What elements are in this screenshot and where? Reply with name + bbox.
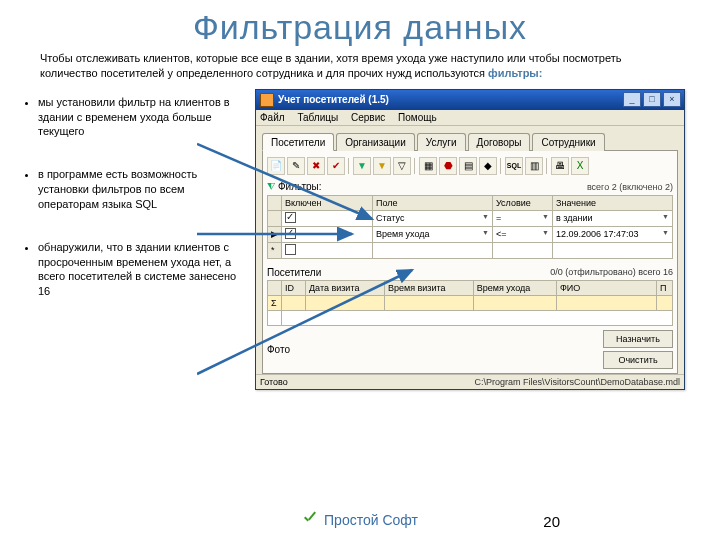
footer-brand: Простой Софт [324,512,418,528]
tab-orgs[interactable]: Организации [336,133,414,151]
checkbox-on-icon [285,228,296,239]
summary-row: Σ [268,295,673,310]
status-path: C:\Program Files\VisitorsCount\DemoDatab… [340,377,680,387]
filter-row-new: * [268,242,673,258]
card-icon[interactable]: ▦ [419,157,437,175]
visitors-grid[interactable]: ID Дата визита Время визита Время ухода … [267,280,673,326]
vcol-p[interactable]: П [657,280,673,295]
checkmark-icon [302,512,318,528]
tab-contracts[interactable]: Договоры [468,133,531,151]
bullet-item: в программе есть возможность установки ф… [38,167,255,212]
menu-service[interactable]: Сервис [351,112,385,123]
clear-button[interactable]: Очистить [603,351,673,369]
print-icon[interactable]: 🖶 [551,157,569,175]
photo-box [303,344,443,354]
visitors-count: 0/0 (отфильтровано) всего 16 [550,267,673,278]
assign-button[interactable]: Назначить [603,330,673,348]
menubar: Файл Таблицы Сервис Помощь [256,110,684,126]
col-value[interactable]: Значение [553,195,673,210]
funnel-clear-icon[interactable]: ▽ [393,157,411,175]
funnel-yellow-icon[interactable]: ▼ [373,157,391,175]
col-enabled[interactable]: Включен [282,195,373,210]
menu-file[interactable]: Файл [260,112,285,123]
delete-icon[interactable]: ✖ [307,157,325,175]
tab-bar: Посетители Организации Услуги Договоры С… [262,132,678,151]
checkbox-on-icon [285,212,296,223]
vcol-date[interactable]: Дата визита [306,280,385,295]
doc2-icon[interactable]: ▥ [525,157,543,175]
filters-label: Фильтры: [278,181,587,192]
empty-row [268,310,673,325]
save-icon[interactable]: ✔ [327,157,345,175]
vcol-fio[interactable]: ФИО [557,280,657,295]
filter-row: Статус▼ =▼ в здании▼ [268,210,673,226]
footer: Простой Софт [0,512,720,532]
vcol-timeout[interactable]: Время ухода [473,280,556,295]
status-ready: Готово [260,377,340,387]
stop-icon[interactable]: ⬣ [439,157,457,175]
tab-visitors[interactable]: Посетители [262,133,334,151]
statusbar: Готово C:\Program Files\VisitorsCount\De… [256,374,684,389]
maximize-button[interactable]: □ [643,92,661,107]
menu-help[interactable]: Помощь [398,112,437,123]
titlebar: Учет посетителей (1.5) _ □ × [256,90,684,110]
edit-icon[interactable]: ✎ [287,157,305,175]
excel-icon[interactable]: X [571,157,589,175]
visitors-label: Посетители [267,267,550,278]
funnel-icon: ⧨ [267,181,275,193]
vcol-timein[interactable]: Время визита [384,280,473,295]
col-field[interactable]: Поле [373,195,493,210]
col-cond[interactable]: Условие [493,195,553,210]
tab-staff[interactable]: Сотрудники [532,133,604,151]
new-icon[interactable]: 📄 [267,157,285,175]
filter-row: ▶ Время ухода▼ <=▼ 12.09.2006 17:47:03▼ [268,226,673,242]
menu-tables[interactable]: Таблицы [297,112,338,123]
intro-text: Чтобы отслеживать клиентов, которые все … [40,51,680,81]
toolbar: 📄 ✎ ✖ ✔ ▼ ▼ ▽ ▦ ⬣ ▤ ◆ SQL [267,155,673,179]
bullet-item: мы установили фильтр на клиентов в здани… [38,95,255,140]
checkbox-icon [285,244,296,255]
funnel-icon[interactable]: ▼ [353,157,371,175]
doc-icon[interactable]: ▤ [459,157,477,175]
minimize-button[interactable]: _ [623,92,641,107]
window-title: Учет посетителей (1.5) [278,94,623,105]
slide-title: Фильтрация данных [0,8,720,47]
bullet-list: мы установили фильтр на клиентов в здани… [0,89,255,390]
vcol-id[interactable]: ID [282,280,306,295]
filters-count: всего 2 (включено 2) [587,182,673,192]
tab-services[interactable]: Услуги [417,133,466,151]
page-number: 20 [543,513,560,530]
app-icon [260,93,274,107]
photo-label: Фото [267,344,297,355]
app-window: Учет посетителей (1.5) _ □ × Файл Таблиц… [255,89,685,390]
sql-button[interactable]: SQL [505,157,523,175]
close-button[interactable]: × [663,92,681,107]
sign-icon[interactable]: ◆ [479,157,497,175]
filters-grid[interactable]: Включен Поле Условие Значение Статус▼ =▼… [267,195,673,259]
intro-keyword: фильтры: [488,67,542,79]
bullet-item: обнаружили, что в здании клиентов с прос… [38,240,255,299]
